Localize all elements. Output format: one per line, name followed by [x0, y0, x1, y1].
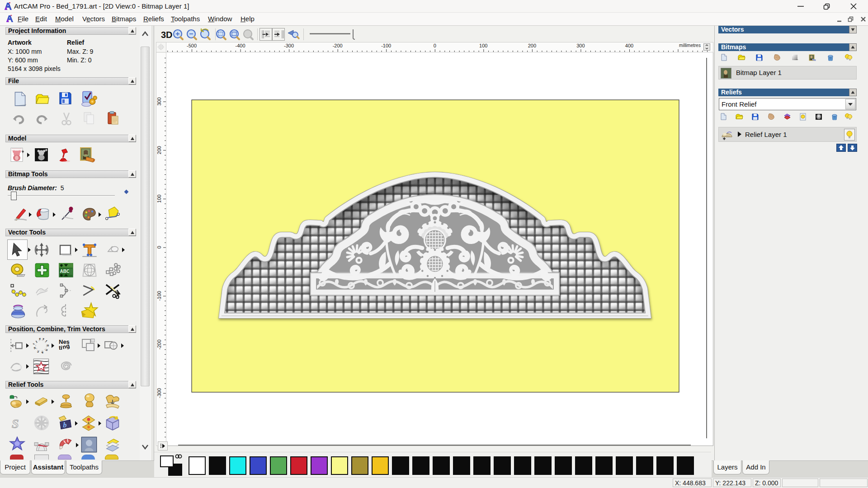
svg-text:t: t: [35, 340, 38, 343]
svg-text:x: x: [42, 337, 45, 341]
svg-text:u: u: [33, 347, 37, 350]
svg-text:a: a: [41, 351, 44, 354]
svg-text:n: n: [45, 348, 49, 352]
svg-text:S: S: [12, 417, 19, 431]
svg-text:b: b: [63, 421, 67, 429]
svg-text:ABC: ABC: [60, 269, 71, 274]
svg-text:o: o: [46, 344, 50, 347]
svg-text:c: c: [37, 350, 39, 354]
svg-text:3D: 3D: [161, 30, 173, 40]
svg-text:r: r: [33, 343, 36, 345]
svg-text:t: t: [45, 339, 48, 343]
svg-text:e: e: [39, 337, 41, 341]
